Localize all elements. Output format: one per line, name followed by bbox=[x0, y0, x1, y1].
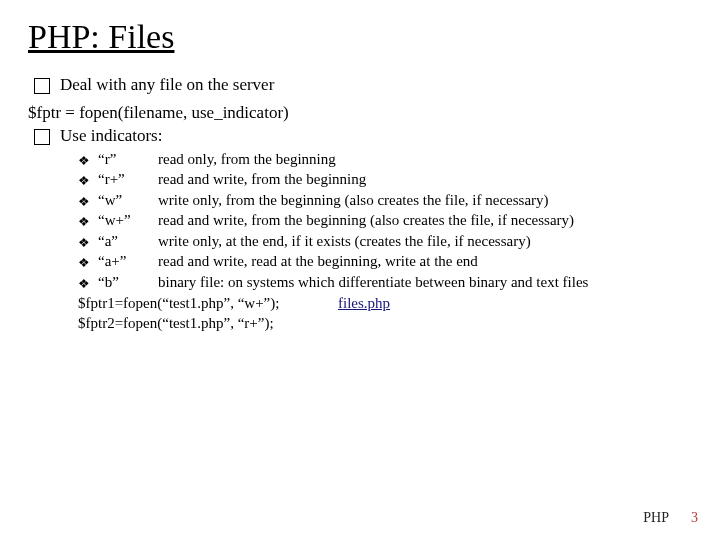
mode-text: “a”write only, at the end, if it exists … bbox=[98, 232, 692, 252]
slide-footer: PHP 3 bbox=[643, 510, 698, 526]
mode-text: “w”write only, from the beginning (also … bbox=[98, 191, 692, 211]
diamond-bullet-icon: ❖ bbox=[78, 277, 90, 290]
bullet-text: Deal with any file on the server bbox=[60, 74, 692, 97]
diamond-bullet-icon: ❖ bbox=[78, 154, 90, 167]
mode-text: “a+”read and write, read at the beginnin… bbox=[98, 252, 692, 272]
square-bullet-icon bbox=[34, 129, 50, 145]
list-item: ❖“w+”read and write, from the beginning … bbox=[78, 211, 692, 231]
bullet-text: Use indicators: bbox=[60, 125, 692, 148]
examples-block: $fptr1=fopen(“test1.php”, “w+”); files.p… bbox=[78, 294, 692, 333]
footer-label: PHP bbox=[643, 510, 669, 526]
page-number: 3 bbox=[691, 510, 698, 526]
list-item: Deal with any file on the server bbox=[28, 74, 692, 97]
code-line: $fptr = fopen(filename, use_indicator) bbox=[28, 103, 692, 123]
mode-text: “r+”read and write, from the beginning bbox=[98, 170, 692, 190]
diamond-bullet-icon: ❖ bbox=[78, 256, 90, 269]
mode-list: ❖“r”read only, from the beginning❖“r+”re… bbox=[78, 150, 692, 293]
files-link[interactable]: files.php bbox=[338, 295, 390, 312]
slide: PHP: Files Deal with any file on the ser… bbox=[0, 0, 720, 333]
example-code: $fptr2=fopen(“test1.php”, “r+”); bbox=[78, 314, 338, 334]
diamond-bullet-icon: ❖ bbox=[78, 174, 90, 187]
mode-text: “b”binary file: on systems which differe… bbox=[98, 273, 692, 293]
diamond-bullet-icon: ❖ bbox=[78, 215, 90, 228]
slide-title: PHP: Files bbox=[28, 18, 692, 56]
list-item: ❖“a+”read and write, read at the beginni… bbox=[78, 252, 692, 272]
list-item: ❖“b”binary file: on systems which differ… bbox=[78, 273, 692, 293]
list-item: ❖“a”write only, at the end, if it exists… bbox=[78, 232, 692, 252]
example-code: $fptr1=fopen(“test1.php”, “w+”); bbox=[78, 294, 338, 314]
list-item: ❖“r”read only, from the beginning bbox=[78, 150, 692, 170]
diamond-bullet-icon: ❖ bbox=[78, 236, 90, 249]
diamond-bullet-icon: ❖ bbox=[78, 195, 90, 208]
list-item: ❖“r+”read and write, from the beginning bbox=[78, 170, 692, 190]
list-item: ❖“w”write only, from the beginning (also… bbox=[78, 191, 692, 211]
mode-text: “r”read only, from the beginning bbox=[98, 150, 692, 170]
square-bullet-icon bbox=[34, 78, 50, 94]
list-item: Use indicators: bbox=[28, 125, 692, 148]
mode-text: “w+”read and write, from the beginning (… bbox=[98, 211, 692, 231]
